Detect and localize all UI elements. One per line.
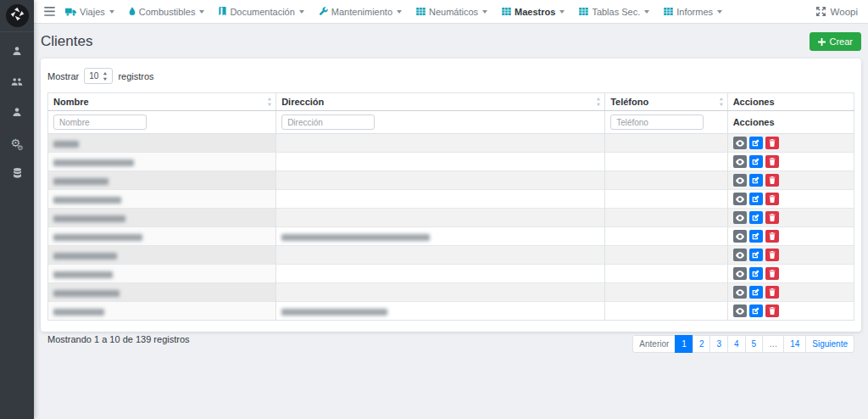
delete-button[interactable] [765,155,779,168]
eye-icon [736,252,744,259]
top-navbar: Viajes Combustibles Documentación Manten… [34,0,868,24]
menu-viajes[interactable]: Viajes [65,7,114,17]
row-actions [733,137,849,149]
trash-icon [769,270,776,277]
page-button-siguiente[interactable]: Siguiente [805,335,854,353]
cell-nombre [48,209,276,227]
redacted-text [53,178,108,185]
user-icon [12,105,22,120]
eye-icon [736,159,744,165]
table-row [48,171,854,190]
sidebar-item-4[interactable] [3,163,31,185]
page-button-14[interactable]: 14 [783,335,806,353]
menu-informes[interactable]: Informes [664,7,722,17]
edit-button[interactable] [749,174,763,187]
view-button[interactable] [733,249,747,261]
page-button-3[interactable]: 3 [709,335,728,353]
view-button[interactable] [733,137,747,149]
redacted-text [53,197,121,204]
row-actions [733,249,849,261]
page-length-select[interactable]: 10 [84,68,113,84]
edit-button[interactable] [749,211,763,224]
view-button[interactable] [733,267,747,280]
page-button-2[interactable]: 2 [693,335,711,353]
table-header-row: NombreDirecciónTeléfonoAcciones [48,93,854,111]
cell-direccion [276,171,605,190]
delete-button[interactable] [765,304,779,317]
delete-button[interactable] [765,249,779,261]
view-button[interactable] [733,193,747,205]
menu-item-label: Maestros [515,7,555,17]
table-row [48,246,854,265]
menu-item-label: Informes [676,7,713,17]
page-button-anterior[interactable]: Anterior [632,335,676,353]
trash-icon [769,232,776,240]
sort-icon [267,98,272,106]
sidebar-item-3[interactable]: ⚙⚙ [3,132,31,154]
column-header-nombre[interactable]: Nombre [48,93,276,111]
page-button-1[interactable]: 1 [675,335,693,353]
page-title: Clientes [41,33,92,50]
sidebar-item-2[interactable] [3,102,31,124]
create-button[interactable]: Crear [810,32,861,51]
main-content: Clientes Crear Mostrar 10 registros Nomb… [34,24,868,419]
delete-button[interactable] [765,230,779,243]
records-info: Mostrando 1 a 10 de 139 registros [47,332,190,344]
updown-icon [103,72,108,81]
cell-telefono [605,265,728,283]
menu-neum-ticos[interactable]: Neumáticos [416,7,487,17]
delete-button[interactable] [765,193,779,205]
cell-nombre [48,302,276,321]
menu-tablas-sec[interactable]: Tablas Sec. [579,7,649,17]
column-header-direcci-n[interactable]: Dirección [276,93,605,111]
column-header-tel-fono[interactable]: Teléfono [605,93,728,111]
menu-item-label: Tablas Sec. [592,7,640,17]
edit-button[interactable] [749,137,763,149]
edit-button[interactable] [749,267,763,280]
sidebar-item-1[interactable] [3,71,31,93]
page-button-4[interactable]: 4 [727,335,746,353]
menu-documentaci-n[interactable]: Documentación [219,7,303,17]
row-actions [733,267,849,280]
filter-input-direcci-n[interactable] [281,115,375,130]
brand-link[interactable] [0,0,34,32]
delete-button[interactable] [765,174,779,187]
redacted-text [281,309,387,316]
truck-icon [65,8,76,16]
trash-icon [769,307,776,315]
table-icon [416,8,426,15]
view-button[interactable] [733,230,747,243]
column-header-acciones: Acciones [727,93,854,111]
view-button[interactable] [733,174,747,187]
edit-button[interactable] [749,249,763,261]
filter-input-tel-fono[interactable] [610,115,704,130]
delete-button[interactable] [765,286,779,299]
edit-button[interactable] [749,230,763,243]
menu-maestros[interactable]: Maestros [502,7,565,17]
delete-button[interactable] [765,137,779,149]
view-button[interactable] [733,286,747,299]
edit-button[interactable] [749,155,763,168]
delete-button[interactable] [765,211,779,224]
pencil-icon [752,214,760,221]
chevron-down-icon [482,10,487,14]
page-button-5[interactable]: 5 [745,335,764,353]
users-icon [11,75,23,90]
menu-mantenimiento[interactable]: Mantenimiento [319,7,402,17]
filter-input-nombre[interactable] [53,115,147,130]
sidebar-item-0[interactable] [3,41,31,63]
menu-item-label: Documentación [230,7,294,17]
edit-button[interactable] [749,193,763,205]
cell-telefono [605,171,728,190]
menu-combustibles[interactable]: Combustibles [129,7,205,17]
view-button[interactable] [733,155,747,168]
edit-button[interactable] [749,286,763,299]
hamburger-icon[interactable] [44,7,55,16]
user-menu[interactable]: Woopi [816,7,858,17]
edit-button[interactable] [749,304,763,317]
sort-icon [596,98,601,106]
view-button[interactable] [733,211,747,224]
delete-button[interactable] [765,267,779,280]
view-button[interactable] [733,304,747,317]
plus-icon [818,38,826,46]
